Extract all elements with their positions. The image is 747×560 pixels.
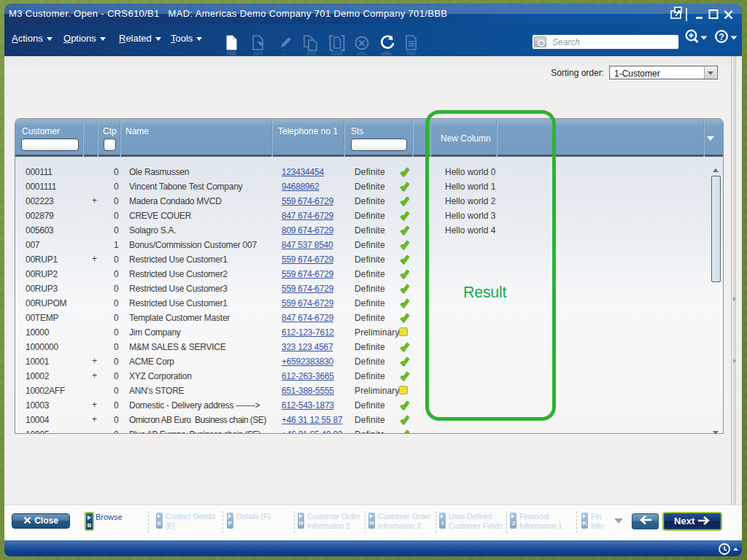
svg-text:?: ?: [719, 32, 724, 42]
